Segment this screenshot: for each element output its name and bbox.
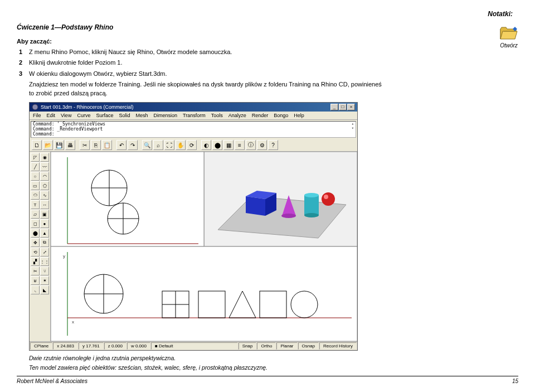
copy2-icon[interactable]: ⧉ [40, 238, 49, 247]
viewports[interactable]: x y [51, 152, 357, 341]
copy-icon[interactable]: ⎘ [91, 140, 101, 150]
status-ortho[interactable]: Ortho [257, 342, 276, 350]
cmd-prompt[interactable]: Command: [33, 132, 352, 137]
menu-item[interactable]: Curve [77, 113, 90, 118]
step-text: W okienku dialogowym Otwórz, wybierz Sta… [29, 70, 449, 78]
new-icon[interactable]: 🗋 [32, 140, 42, 150]
render-icon[interactable]: ⬤ [212, 140, 222, 150]
text-icon[interactable]: T [31, 200, 40, 209]
rotate-icon[interactable]: ⟳ [187, 140, 197, 150]
svg-text:y: y [63, 254, 65, 259]
array-icon[interactable]: ⋮⋮ [40, 257, 49, 266]
close-button[interactable]: × [347, 104, 355, 110]
cut-icon[interactable]: ✂ [80, 140, 90, 150]
options-icon[interactable]: ⚙ [257, 140, 267, 150]
pointer-icon[interactable]: ◸ [31, 153, 40, 162]
circle-icon[interactable]: ○ [31, 172, 40, 181]
rotate2-icon[interactable]: ⟲ [31, 248, 40, 257]
svg-point-0 [32, 104, 38, 110]
caption-line2: Ten model zawiera pięć obiektów: sześcia… [29, 364, 518, 372]
step-number: 1 [19, 48, 29, 56]
mirror-icon[interactable]: ▞ [31, 257, 40, 266]
footer-author: Robert McNeel & Associates [17, 378, 87, 384]
cylinder-icon[interactable]: ⬤ [31, 229, 40, 238]
status-snap[interactable]: Snap [239, 342, 257, 350]
menu-item[interactable]: View [61, 113, 71, 118]
minimize-button[interactable]: _ [330, 104, 338, 110]
wireframe-icon[interactable]: ▦ [223, 140, 234, 150]
svg-point-10 [304, 213, 319, 217]
open-icon[interactable]: 📂 [43, 140, 53, 150]
polyline-icon[interactable]: 〰 [40, 162, 49, 171]
exercise-title: Ćwiczenie 1—Podstawy Rhino [17, 23, 518, 31]
rect-icon[interactable]: ▭ [31, 181, 40, 190]
menu-item[interactable]: Solid [119, 113, 130, 118]
menu-item[interactable]: Surface [96, 113, 113, 118]
layers-icon[interactable]: ≡ [235, 140, 245, 150]
curve-icon[interactable]: ∿ [40, 191, 49, 200]
redo-icon[interactable]: ↷ [128, 140, 138, 150]
line-icon[interactable]: ╱ [31, 162, 40, 171]
pan-icon[interactable]: ✋ [176, 140, 186, 150]
svg-point-12 [324, 195, 328, 199]
dim-icon[interactable]: ↔ [40, 200, 49, 209]
status-record[interactable]: Record History [319, 342, 357, 350]
menu-bar: File Edit View Curve Surface Solid Mesh … [30, 112, 357, 120]
menu-item[interactable]: Bongo [274, 113, 288, 118]
lasso-icon[interactable]: ◉ [40, 153, 49, 162]
surface-icon[interactable]: ▱ [31, 210, 40, 219]
menu-item[interactable]: Tools [211, 113, 223, 118]
menu-item[interactable]: Edit [47, 113, 56, 118]
menu-item[interactable]: Render [252, 113, 269, 118]
fillet-icon[interactable]: ◟ [31, 285, 40, 294]
step-text: Z menu Rhino Pomoc, kliknij Naucz się Rh… [29, 48, 449, 56]
solid-icon[interactable]: ▣ [40, 210, 49, 219]
menu-item[interactable]: Transform [183, 113, 206, 118]
undo-icon[interactable]: ↶ [116, 140, 127, 150]
move-icon[interactable]: ✥ [31, 238, 40, 247]
side-toolbox: ◸◉ ╱〰 ○◠ ▭⬠ ⬭∿ T↔ ▱▣ ◻● ⬤▲ ✥⧉ ⟲⤢ ▞⋮⋮ ✂⑂ … [30, 152, 51, 341]
explode-icon[interactable]: ✶ [40, 276, 49, 285]
step-item: 1 Z menu Rhino Pomoc, kliknij Naucz się … [19, 48, 449, 56]
ellipse-icon[interactable]: ⬭ [31, 191, 40, 200]
to-begin-label: Aby zacząć: [17, 38, 518, 45]
menu-item[interactable]: Analyze [228, 113, 246, 118]
svg-rect-8 [304, 195, 319, 215]
svg-point-7 [281, 214, 296, 218]
scroll-arrows[interactable]: ▴ ▾ [352, 122, 354, 137]
shade-icon[interactable]: ◐ [201, 140, 211, 150]
status-osnap[interactable]: Osnap [298, 342, 319, 350]
step-item: 3 W okienku dialogowym Otwórz, wybierz S… [19, 70, 449, 78]
box-icon[interactable]: ◻ [31, 219, 40, 228]
status-layer[interactable]: ■ Default [151, 342, 238, 350]
print-icon[interactable]: 🖶 [65, 140, 75, 150]
save-icon[interactable]: 💾 [54, 140, 64, 150]
status-planar[interactable]: Planar [276, 342, 297, 350]
chevron-down-icon[interactable]: ▾ [352, 127, 354, 131]
steps-list: 1 Z menu Rhino Pomoc, kliknij Naucz się … [19, 48, 449, 78]
zoom-window-icon[interactable]: ⌕ [153, 140, 163, 150]
split-icon[interactable]: ⑂ [40, 267, 49, 275]
command-history: Command: '_SynchronizeViews Command: _Re… [31, 121, 356, 138]
properties-icon[interactable]: ⓘ [246, 140, 256, 150]
maximize-button[interactable]: □ [339, 104, 347, 110]
zoom-extents-icon[interactable]: ⛶ [164, 140, 174, 150]
zoom-icon[interactable]: 🔍 [142, 140, 152, 150]
menu-item[interactable]: Dimension [153, 113, 177, 118]
cone-icon[interactable]: ▲ [40, 229, 49, 238]
chamfer-icon[interactable]: ◣ [40, 285, 49, 294]
arc-icon[interactable]: ◠ [40, 172, 49, 181]
rhino-screenshot: Start 001.3dm - Rhinoceros (Commercial) … [29, 102, 518, 351]
scale-icon[interactable]: ⤢ [40, 248, 49, 257]
menu-item[interactable]: File [33, 113, 41, 118]
help-icon[interactable]: ? [268, 140, 278, 150]
sphere-icon[interactable]: ● [40, 219, 49, 228]
paste-icon[interactable]: 📋 [102, 140, 112, 150]
menu-item[interactable]: Help [294, 113, 304, 118]
polygon-icon[interactable]: ⬠ [40, 181, 49, 190]
rhino-window: Start 001.3dm - Rhinoceros (Commercial) … [29, 102, 358, 351]
menu-item[interactable]: Mesh [135, 113, 148, 118]
trim-icon[interactable]: ✂ [31, 267, 40, 275]
join-icon[interactable]: ⊎ [31, 276, 40, 285]
window-title: Start 001.3dm - Rhinoceros (Commercial) [41, 104, 328, 110]
